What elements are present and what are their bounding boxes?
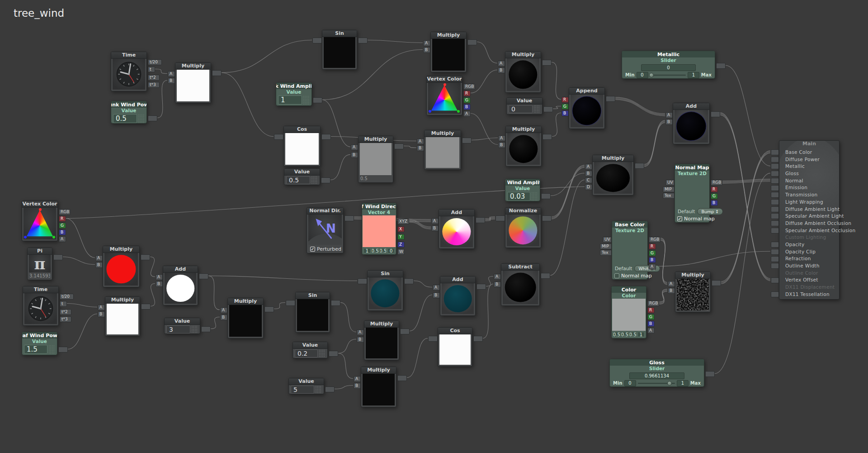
input-pin-a[interactable]: A [417,138,424,144]
input-pin-r[interactable]: R [561,97,569,103]
node-time[interactable]: Time t/20tt*2t*3 [23,286,59,326]
output-pin-0[interactable] [394,143,404,149]
output-pin-g[interactable]: G [647,314,655,320]
input-pin-gloss[interactable] [771,171,779,176]
output-pin-r[interactable]: R [647,307,655,313]
node-leaf-wind-amplitude[interactable]: Leaf Wind AmplitudeValue0.03 [505,179,540,201]
output-pin-t[interactable]: t [148,67,155,72]
output-pin-0[interactable] [635,163,644,169]
node-append[interactable]: AppendRGB [569,87,605,129]
output-pin-0[interactable] [541,193,551,199]
node-leaf-wind-direction[interactable]: Leaf Wind DirectionVector 410.50.50XYZXY… [362,203,396,255]
node-multiply[interactable]: MultiplyAB [430,32,467,72]
input-pin-a[interactable]: A [498,135,505,141]
node-multiply[interactable]: MultiplyAB [105,296,140,336]
node-vertex-color[interactable]: Vertex ColorRGBRGBA [426,76,462,115]
node-sin[interactable]: Sin [367,270,403,311]
value-field[interactable]: 5 [291,386,314,394]
output-pin-b[interactable]: B [649,257,656,263]
input-pin-b[interactable]: B [95,262,103,268]
node-multiply[interactable]: Multiply AB [675,272,711,312]
input-pin-b[interactable]: B [351,152,358,158]
output-pin-a[interactable]: A [59,236,66,242]
input-pin-outline-width[interactable] [771,263,779,269]
max-field[interactable]: 1 [688,72,699,78]
component-field-0[interactable]: 0.5 [613,332,620,337]
component-field-1[interactable]: 0.5 [372,248,379,253]
node-trunk-wind-amplitude[interactable]: Trunk Wind AmplitudeValue1 [276,82,312,106]
input-pin-a[interactable]: A [433,285,440,291]
node-multiply[interactable]: MultiplyAB [103,246,140,287]
node-normalize[interactable]: Normalize [505,207,541,248]
node-color[interactable]: ColorColor0.50.50.51RGBRGBA [611,286,646,339]
input-pin-b[interactable]: B [417,145,424,151]
slider-track[interactable] [638,383,675,384]
component-field-2[interactable]: 0.5 [629,332,637,337]
output-pin-0[interactable] [712,280,721,286]
output-pin-0[interactable] [467,39,477,45]
output-pin-0[interactable] [313,97,322,103]
output-pin-t-3[interactable]: t*3 [60,316,71,322]
output-pin-0[interactable] [201,326,211,332]
input-pin-metallic[interactable] [771,163,779,169]
output-pin-0[interactable] [358,38,368,43]
input-pin-a[interactable]: A [354,376,361,382]
node-main[interactable]: MainBase ColorDiffuse PowerMetallicGloss… [779,140,840,300]
node-cos[interactable]: Cos [438,327,472,367]
input-pin-tex[interactable]: Tex [600,250,612,256]
min-field[interactable]: 0 [637,72,648,78]
output-pin-0[interactable] [321,134,331,140]
min-field[interactable]: 0 [624,380,636,386]
output-pin-a[interactable]: A [649,264,656,270]
input-pin-dx11-tessellation[interactable] [771,291,779,297]
input-pin-0[interactable] [428,336,438,342]
value-field[interactable]: 0.2 [295,349,318,358]
output-pin-w[interactable]: W [397,249,405,255]
output-pin-b[interactable]: B [463,104,471,110]
input-pin-b[interactable]: B [494,281,501,287]
input-pin-d[interactable]: D [585,184,592,190]
component-field-2[interactable]: 0.5 [380,248,387,253]
input-pin-b[interactable]: B [665,119,673,125]
output-pin-t[interactable]: t [60,301,67,307]
input-pin-0[interactable] [286,300,295,306]
input-pin-b[interactable]: B [498,142,505,148]
value-field[interactable]: 0.5 [113,114,137,123]
value-field[interactable]: 3 [166,325,190,334]
input-pin-a[interactable]: A [498,61,505,67]
default-dropdown[interactable]: Bump ↕ [697,208,723,215]
output-pin-g[interactable]: G [59,223,66,229]
output-pin-r[interactable]: R [463,91,471,96]
output-pin-0[interactable] [325,386,335,392]
output-pin-g[interactable]: G [649,250,656,256]
output-pin-0[interactable] [141,304,151,310]
node-sin[interactable]: Sin [295,292,330,333]
input-pin-a[interactable]: A [357,329,364,335]
node-val05b[interactable]: Value0.5 [284,168,320,185]
output-pin-r[interactable]: R [649,243,656,249]
input-pin-b[interactable]: B [423,47,430,53]
output-pin-0[interactable] [344,215,354,221]
component-field-3[interactable]: 1 [637,332,645,337]
output-pin-0[interactable] [711,111,720,117]
output-pin-z[interactable]: Z [397,242,405,248]
input-pin-a[interactable]: A [156,274,163,280]
node-graph-canvas[interactable]: tree_wind Time t/20tt*2t*3Trunk Wind Pow… [0,0,868,453]
input-pin-a[interactable]: A [665,112,673,118]
input-pin-0[interactable] [312,38,322,43]
node-metallic[interactable]: MetallicSlider0Min01Max [622,51,715,79]
slider-handle[interactable] [649,73,654,77]
output-pin-0[interactable] [476,284,486,290]
node-normal-dir[interactable]: Normal Dir. N✓Perturbed [307,207,344,253]
default-dropdown[interactable]: White ↕ [634,265,660,272]
input-pin-light-wrapping[interactable] [771,199,779,205]
input-pin-b[interactable]: B [498,67,505,73]
input-pin-emission[interactable] [771,185,779,191]
node-multiply[interactable]: MultiplyAB [364,320,399,360]
output-pin-0[interactable] [321,177,330,183]
output-pin-0[interactable] [716,63,726,69]
output-pin-rgb[interactable]: RGB [711,180,722,186]
input-pin-a[interactable]: A [668,281,675,287]
node-add[interactable]: AddAB [440,276,476,316]
input-pin-base-color[interactable] [771,149,779,155]
